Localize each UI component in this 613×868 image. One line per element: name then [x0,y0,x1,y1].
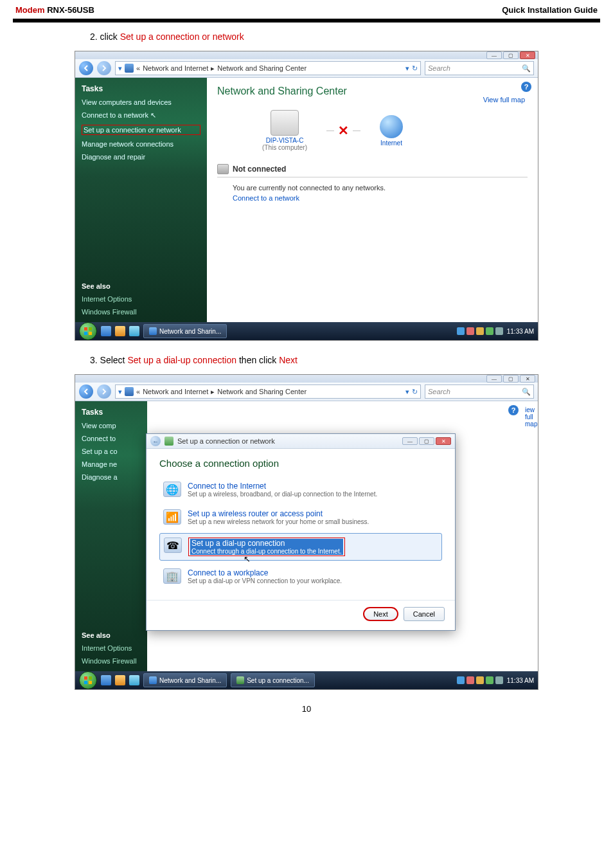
node-this-computer: DIP-VISTA-C (This computer) [262,110,307,151]
option-title: Set up a dial-up connection [190,539,343,548]
wizard-maximize-button[interactable]: ▢ [419,437,434,445]
option-subtitle: Set up a new wireless network for your h… [188,518,369,525]
tray-icon[interactable] [466,676,474,684]
workplace-icon: 🏢 [163,568,181,584]
quicklaunch-icon-1[interactable] [101,675,111,685]
quicklaunch-icon-3[interactable] [129,675,139,685]
option-wireless-router[interactable]: 📶 Set up a wireless router or access poi… [159,505,442,529]
svg-rect-1 [89,327,92,330]
forward-button[interactable] [97,61,111,75]
task-manage-connections[interactable]: Manage ne [82,460,141,468]
start-button[interactable] [79,671,97,689]
close-button[interactable]: ✕ [520,51,535,59]
see-internet-options[interactable]: Internet Options [82,644,141,652]
forward-button[interactable] [97,384,111,399]
wizard-title-text: Set up a connection or network [177,437,275,445]
taskbar-app-button[interactable]: Network and Sharin... [143,324,227,338]
see-windows-firewall[interactable]: Windows Firewall [82,657,141,665]
tray-volume-icon[interactable] [495,327,503,335]
search-input[interactable]: Search 🔍 [425,384,534,399]
control-panel-icon [125,64,134,73]
network-diagram: DIP-VISTA-C (This computer) —✕— Internet [262,110,528,151]
crumb-prefix: « [136,388,140,395]
taskbar: Network and Sharin... 11:33 AM [75,322,538,340]
tray-icon[interactable] [457,327,465,335]
quicklaunch-icon-2[interactable] [115,675,125,685]
see-windows-firewall[interactable]: Windows Firewall [82,308,200,316]
system-tray[interactable] [457,327,503,335]
task-diagnose-repair[interactable]: Diagnose a [82,473,141,481]
option-subtitle: Set up a dial-up or VPN connection to yo… [188,577,342,584]
screenshot-1: — ▢ ✕ ▾ « Network and Internet ▸ Network… [75,51,538,341]
task-manage-connections[interactable]: Manage network connections [82,140,200,148]
wizard-back-button[interactable]: ← [150,436,161,446]
tray-icon[interactable] [457,676,465,684]
taskbar-app-button-2[interactable]: Set up a connection... [231,673,315,687]
task-connect-network[interactable]: Connect to [82,435,141,442]
minimize-button[interactable]: — [486,375,502,383]
breadcrumb[interactable]: ▾ « Network and Internet ▸ Network and S… [115,61,421,75]
option-dialup[interactable]: ☎ Set up a dial-up connection Connect th… [159,533,442,561]
taskbar-app-button-1[interactable]: Network and Sharin... [143,673,227,687]
crumb-prefix: « [136,64,140,72]
wizard-heading: Choose a connection option [159,458,442,469]
close-button[interactable]: ✕ [520,375,535,383]
svg-rect-2 [84,332,87,335]
tray-icon[interactable] [476,327,484,335]
address-row: ▾ « Network and Internet ▸ Network and S… [75,59,538,78]
wizard-dialog: ← Set up a connection or network — ▢ ✕ C… [146,433,456,631]
maximize-button[interactable]: ▢ [503,51,519,59]
wizard-titlebar: ← Set up a connection or network — ▢ ✕ [147,434,455,449]
task-diagnose-repair[interactable]: Diagnose and repair [82,153,200,161]
wizard-minimize-button[interactable]: — [402,437,418,445]
tray-icon[interactable] [476,676,484,684]
next-button[interactable]: Next [363,607,398,621]
quicklaunch-icon-2[interactable] [115,326,125,336]
network-status-icon [217,164,229,174]
see-internet-options[interactable]: Internet Options [82,295,200,303]
quicklaunch-icon-1[interactable] [101,326,111,336]
help-icon[interactable]: ? [521,82,531,92]
view-full-map-link[interactable]: View full map [483,96,525,104]
wizard-close-button[interactable]: ✕ [436,437,451,445]
tray-icon[interactable] [486,327,493,335]
quicklaunch-icon-3[interactable] [129,326,139,336]
back-button[interactable] [79,384,93,399]
option-workplace[interactable]: 🏢 Connect to a workplace Set up a dial-u… [159,565,442,588]
clock: 11:33 AM [507,677,534,684]
cursor-icon: ↖ [244,554,251,564]
tray-icon[interactable] [466,327,474,335]
task-connect-network[interactable]: Connect to a network ↖ [82,111,200,120]
svg-rect-0 [84,327,87,330]
maximize-button[interactable]: ▢ [503,375,519,383]
tray-icon[interactable] [486,676,493,684]
back-button[interactable] [79,61,93,75]
crumb-b[interactable]: Network and Sharing Center [217,64,306,72]
connect-network-link[interactable]: Connect to a network [233,194,528,202]
window-titlebar: — ▢ ✕ [75,375,538,383]
crumb-sep: ▸ [211,388,215,396]
task-view-computers[interactable]: View computers and devices [82,98,200,106]
search-input[interactable]: Search 🔍 [425,61,534,75]
tray-volume-icon[interactable] [495,676,503,684]
task-setup-connection[interactable]: Set up a co [82,448,141,455]
breadcrumb[interactable]: ▾ « Network and Internet ▸ Network and S… [115,384,421,399]
option-connect-internet[interactable]: 🌐 Connect to the Internet Set up a wirel… [159,478,442,502]
search-icon[interactable]: 🔍 [522,64,531,73]
svg-rect-4 [84,676,87,680]
option-title: Set up a wireless router or access point [188,509,369,518]
node-internet: Internet [380,115,403,147]
minimize-button[interactable]: — [486,51,502,59]
task-view-computers[interactable]: View comp [82,422,141,429]
wizard-icon [164,437,173,446]
help-icon[interactable]: ? [508,405,519,415]
crumb-a[interactable]: Network and Internet [143,64,208,72]
globe-icon: 🌐 [163,482,181,497]
cancel-button[interactable]: Cancel [404,607,445,621]
system-tray[interactable] [457,676,503,684]
crumb-a[interactable]: Network and Internet [143,388,208,395]
task-setup-connection[interactable]: Set up a connection or network [82,125,200,135]
search-icon[interactable]: 🔍 [522,388,531,396]
start-button[interactable] [79,322,97,340]
crumb-b[interactable]: Network and Sharing Center [217,388,306,395]
